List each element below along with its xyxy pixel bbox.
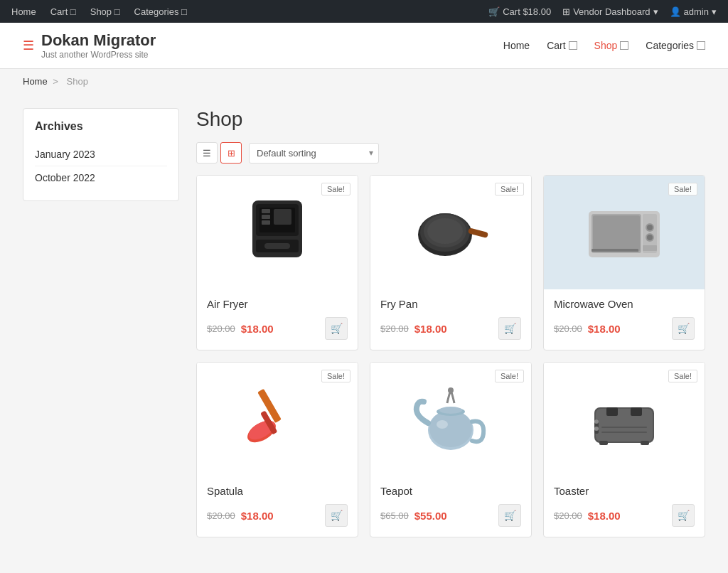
sort-select-wrapper: Default sorting Sort by popularity Sort …: [249, 143, 379, 164]
toaster-image: [582, 380, 667, 459]
list-item: October 2022: [35, 166, 167, 189]
nav-cart[interactable]: Cart: [547, 40, 577, 51]
admin-bar-home[interactable]: Home: [11, 6, 36, 17]
svg-rect-5: [262, 220, 270, 225]
original-price-fry-pan: $20.00: [380, 323, 409, 334]
product-pricing-fry-pan: $20.00 $18.00 🛒: [380, 317, 521, 340]
nav-shop[interactable]: Shop: [594, 40, 629, 51]
prices-microwave: $20.00 $18.00: [554, 323, 621, 335]
teapot-image: [408, 380, 493, 459]
product-image-air-fryer[interactable]: Sale!: [197, 176, 358, 289]
product-info-teapot: Teapot $65.00 $55.00 🛒: [370, 476, 531, 537]
admin-cart-link[interactable]: 🛒 Cart $18.00: [488, 6, 551, 17]
product-image-toaster[interactable]: Sale!: [544, 363, 705, 476]
admin-bar-cart[interactable]: Cart □: [50, 6, 76, 17]
prices-fry-pan: $20.00 $18.00: [380, 323, 447, 335]
prices-air-fryer: $20.00 $18.00: [207, 323, 274, 335]
list-item: January 2023: [35, 143, 167, 166]
svg-rect-3: [262, 209, 270, 213]
user-icon: 👤: [670, 6, 681, 17]
svg-rect-8: [264, 243, 290, 249]
admin-bar-left: Home Cart □ Shop □ Categories □: [11, 6, 187, 17]
cart-icon: 🛒: [488, 6, 500, 17]
svg-rect-23: [592, 249, 638, 252]
add-to-cart-fry-pan[interactable]: 🛒: [498, 317, 521, 340]
product-image-teapot[interactable]: Sale!: [370, 363, 531, 476]
add-to-cart-microwave[interactable]: 🛒: [672, 317, 695, 340]
archives-title: Archives: [35, 120, 167, 133]
categories-checkbox: [697, 41, 705, 50]
nav-categories[interactable]: Categories: [646, 40, 705, 51]
admin-bar-shop[interactable]: Shop □: [90, 6, 120, 17]
sidebar: Archives January 2023 October 2022: [23, 108, 179, 537]
svg-rect-35: [596, 409, 653, 441]
breadcrumb-home[interactable]: Home: [23, 76, 48, 87]
sale-price-microwave: $18.00: [588, 323, 621, 335]
product-info-air-fryer: Air Fryer $20.00 $18.00 🛒: [197, 289, 358, 350]
product-card-spatula: Sale! Spatula $20.00 $18.00: [196, 362, 358, 537]
sale-price-toaster: $18.00: [588, 510, 621, 522]
breadcrumb: Home > Shop: [0, 69, 728, 94]
product-card-fry-pan: Sale! Fry Pan $20.00 $18.00: [370, 175, 532, 350]
sale-badge: Sale!: [668, 370, 697, 382]
nav-home[interactable]: Home: [503, 40, 530, 51]
prices-teapot: $65.00 $55.00: [380, 510, 447, 522]
vendor-label: Vendor Dashboard: [573, 6, 650, 17]
add-to-cart-air-fryer[interactable]: 🛒: [325, 317, 348, 340]
sale-price-spatula: $18.00: [241, 510, 274, 522]
site-logo-area: ☰ Dokan Migrator Just another WordPress …: [23, 31, 156, 60]
add-to-cart-toaster[interactable]: 🛒: [672, 504, 695, 527]
list-view-button[interactable]: ☰: [196, 142, 218, 164]
archive-oct-2022[interactable]: October 2022: [35, 172, 95, 183]
sale-badge: Sale!: [321, 370, 350, 382]
product-pricing-air-fryer: $20.00 $18.00 🛒: [207, 317, 348, 340]
microwave-image: [582, 193, 667, 272]
hamburger-icon[interactable]: ☰: [23, 38, 34, 53]
vendor-dashboard-link[interactable]: ⊞ Vendor Dashboard ▾: [562, 6, 658, 17]
admin-user-link[interactable]: 👤 admin ▾: [670, 6, 717, 17]
original-price-air-fryer: $20.00: [207, 323, 235, 334]
product-name-microwave: Microwave Oven: [554, 298, 695, 310]
product-pricing-teapot: $65.00 $55.00 🛒: [380, 504, 521, 527]
product-card-microwave: Sale! Microwave Oven: [543, 175, 705, 350]
svg-rect-22: [643, 245, 657, 251]
site-header: ☰ Dokan Migrator Just another WordPress …: [0, 23, 728, 69]
sale-price-teapot: $55.00: [414, 510, 447, 522]
breadcrumb-separator: >: [53, 76, 58, 87]
spatula-image: [235, 380, 320, 459]
admin-bar-categories[interactable]: Categories □: [134, 6, 187, 17]
original-price-teapot: $65.00: [380, 510, 409, 521]
archive-jan-2023[interactable]: January 2023: [35, 149, 95, 160]
main-container: Archives January 2023 October 2022 Shop …: [0, 94, 728, 552]
shop-title: Shop: [196, 108, 705, 131]
vendor-icon: ⊞: [562, 6, 570, 17]
archives-list: January 2023 October 2022: [35, 143, 167, 189]
svg-point-13: [427, 218, 463, 244]
original-price-spatula: $20.00: [207, 510, 235, 521]
admin-cart-label: Cart $18.00: [503, 6, 551, 17]
product-image-microwave[interactable]: Sale!: [544, 176, 705, 289]
add-to-cart-spatula[interactable]: 🛒: [325, 504, 348, 527]
product-grid: Sale! Air Fryer: [196, 175, 705, 537]
svg-rect-44: [601, 432, 647, 433]
sale-badge: Sale!: [321, 183, 350, 196]
svg-rect-37: [631, 407, 642, 416]
product-info-fry-pan: Fry Pan $20.00 $18.00 🛒: [370, 289, 531, 350]
product-image-spatula[interactable]: Sale!: [197, 363, 358, 476]
svg-rect-36: [606, 407, 618, 416]
product-image-fry-pan[interactable]: Sale!: [370, 176, 531, 289]
admin-bar: Home Cart □ Shop □ Categories □ 🛒 Cart $…: [0, 0, 728, 23]
sale-badge: Sale!: [495, 370, 524, 382]
site-logo: Dokan Migrator Just another WordPress si…: [41, 31, 156, 60]
svg-point-32: [448, 387, 454, 393]
svg-point-33: [437, 420, 448, 429]
sort-select[interactable]: Default sorting Sort by popularity Sort …: [249, 143, 379, 164]
svg-rect-43: [601, 427, 647, 428]
grid-view-button[interactable]: ⊞: [220, 142, 242, 164]
product-info-microwave: Microwave Oven $20.00 $18.00 🛒: [544, 289, 705, 350]
site-name: Dokan Migrator: [41, 31, 156, 50]
product-name-teapot: Teapot: [380, 485, 521, 497]
shop-checkbox: [620, 41, 628, 50]
add-to-cart-teapot[interactable]: 🛒: [498, 504, 521, 527]
sale-badge: Sale!: [495, 183, 524, 196]
